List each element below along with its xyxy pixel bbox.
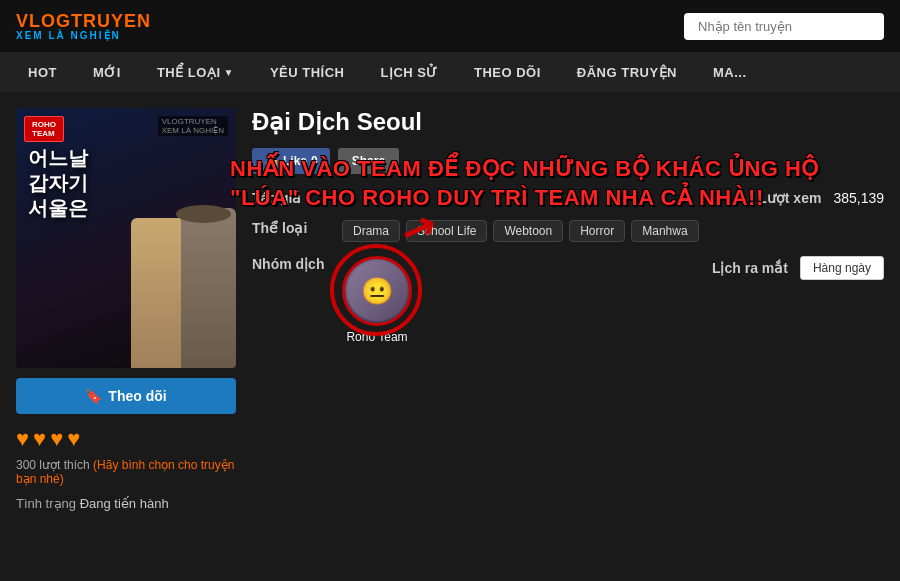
logo-bottom-text: XEM LÀ NGHIỆN xyxy=(16,30,121,41)
left-panel: ROHOTEAM VLOGTRUYENXEM LÀ NGHIỆN 어느날갑자기서… xyxy=(16,108,236,511)
logo[interactable]: VLOGTRUYEN XEM LÀ NGHIỆN xyxy=(16,12,151,41)
genre-manhwa[interactable]: Manhwa xyxy=(631,220,698,242)
genre-horror[interactable]: Horror xyxy=(569,220,625,242)
group-row: Nhóm dịch ↗ 😐 xyxy=(252,256,884,344)
genre-tags: Drama School Life Webtoon Horror Manhwa xyxy=(342,220,699,242)
star-2[interactable]: ♥ xyxy=(33,426,46,452)
nav-history[interactable]: LỊCH SỬ xyxy=(362,52,456,92)
schedule-info: Lịch ra mắt Hàng ngày xyxy=(708,256,884,280)
roho-team-badge: ROHOTEAM xyxy=(24,116,64,142)
group-section: ↗ 😐 Roho Team xyxy=(342,256,412,344)
nav-bar: HOT MỚI THỂ LOẠI ▼ YÊU THÍCH LỊCH SỬ THE… xyxy=(0,52,900,92)
nav-publish[interactable]: ĐĂNG TRUYỆN xyxy=(559,52,695,92)
manga-title: Đại Dịch Seoul xyxy=(252,108,884,136)
korean-title: 어느날갑자기서울은 xyxy=(28,146,88,221)
genre-drama[interactable]: Drama xyxy=(342,220,400,242)
status-row: Tình trạng Đang tiến hành xyxy=(16,496,236,511)
group-avatar-image: 😐 xyxy=(345,259,409,323)
genre-row: Thể loại Drama School Life Webtoon Horro… xyxy=(252,220,884,242)
chevron-down-icon: ▼ xyxy=(224,67,234,78)
star-1[interactable]: ♥ xyxy=(16,426,29,452)
star-4[interactable]: ♥ xyxy=(67,426,80,452)
overlay-message: NHẤN VÀO TEAM ĐỂ ĐỌC NHỮNG BỘ KHÁC ỦNG H… xyxy=(230,155,880,212)
nav-hot[interactable]: HOT xyxy=(10,52,75,92)
follow-button[interactable]: 🔖 Theo dõi xyxy=(16,378,236,414)
group-name: Roho Team xyxy=(346,330,407,344)
watermark: VLOGTRUYENXEM LÀ NGHIỆN xyxy=(158,116,228,136)
group-container: 😐 Roho Team xyxy=(342,256,412,344)
nav-follow[interactable]: THEO DÕI xyxy=(456,52,559,92)
nav-genre[interactable]: THỂ LOẠI ▼ xyxy=(139,52,252,92)
nav-more[interactable]: MA... xyxy=(695,52,765,92)
logo-top-text: VLOGTRUYEN xyxy=(16,12,151,30)
top-bar: VLOGTRUYEN XEM LÀ NGHIỆN xyxy=(0,0,900,52)
search-input[interactable] xyxy=(684,13,884,40)
book-cover-inner: ROHOTEAM VLOGTRUYENXEM LÀ NGHIỆN 어느날갑자기서… xyxy=(16,108,236,368)
group-avatar[interactable]: 😐 xyxy=(342,256,412,326)
book-cover: ROHOTEAM VLOGTRUYENXEM LÀ NGHIỆN 어느날갑자기서… xyxy=(16,108,236,368)
nav-favorite[interactable]: YÊU THÍCH xyxy=(252,52,363,92)
bookmark-icon: 🔖 xyxy=(85,388,102,404)
schedule-badge: Hàng ngày xyxy=(800,256,884,280)
cover-figures xyxy=(106,168,236,368)
star-3[interactable]: ♥ xyxy=(50,426,63,452)
likes-info: 300 lượt thích (Hãy bình chọn cho truyện… xyxy=(16,458,236,486)
group-avatar-wrapper: 😐 Roho Team xyxy=(342,256,412,344)
nav-new[interactable]: MỚI xyxy=(75,52,139,92)
genre-webtoon[interactable]: Webtoon xyxy=(493,220,563,242)
star-rating[interactable]: ♥ ♥ ♥ ♥ xyxy=(16,426,236,452)
